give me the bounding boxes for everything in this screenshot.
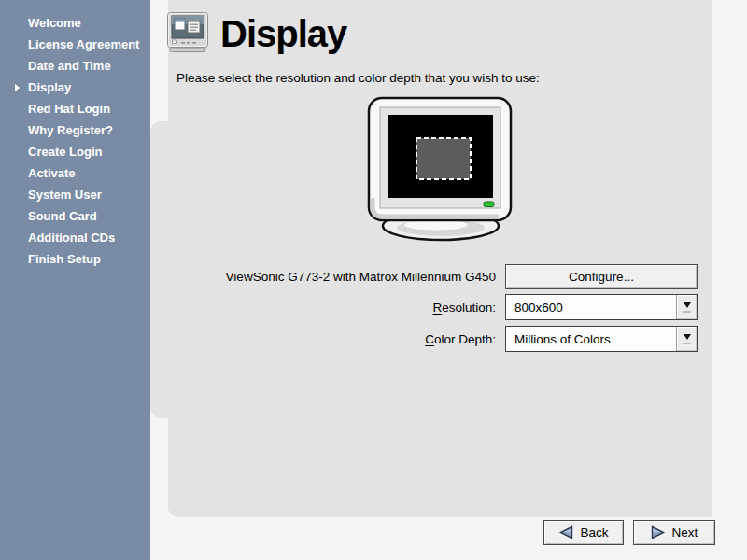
dropdown-arrow-icon <box>684 334 691 340</box>
next-button[interactable]: Next <box>633 520 715 545</box>
sidebar-item-date-and-time: Date and Time <box>0 55 150 77</box>
sidebar-item-label: Additional CDs <box>28 227 150 248</box>
dropdown-arrow-icon <box>684 302 691 308</box>
monitor-case <box>369 98 511 220</box>
sidebar-item-label: License Agreement <box>28 34 150 55</box>
sidebar-item-label: Create Login <box>28 141 150 162</box>
sidebar-item-label: Display <box>28 77 150 98</box>
sidebar-item-label: Date and Time <box>28 55 150 77</box>
device-label: ViewSonic G773-2 with Matrox Millennium … <box>168 270 496 284</box>
sidebar-item-license-agreement: License Agreement <box>0 34 150 55</box>
sidebar-nav: WelcomeLicense AgreementDate and TimeDis… <box>0 0 150 270</box>
sidebar-item-welcome: Welcome <box>0 12 150 34</box>
sidebar-item-additional-cds: Additional CDs <box>0 227 150 248</box>
power-led-icon <box>484 202 494 207</box>
color-depth-label: Color Depth: <box>168 332 496 346</box>
sidebar-item-label: Activate <box>28 162 150 184</box>
arrow-left-icon <box>558 525 573 539</box>
monitor-illustration <box>363 95 517 246</box>
sidebar-item-label: Red Hat Login <box>28 98 150 119</box>
sidebar-item-system-user: System User <box>0 184 150 205</box>
screen-selection-rect <box>416 138 471 179</box>
color-depth-combobox[interactable]: Millions of Colors <box>505 326 698 352</box>
sidebar-item-red-hat-login: Red Hat Login <box>0 98 150 119</box>
back-button-label: Back <box>580 525 608 539</box>
sidebar-item-label: Welcome <box>28 12 150 34</box>
current-step-arrow-icon <box>15 84 20 91</box>
instruction-text: Please select the resolution and color d… <box>176 71 540 85</box>
sidebar-item-finish-setup: Finish Setup <box>0 248 150 270</box>
display-monitor-icon <box>166 11 210 54</box>
configure-button-label: Configure... <box>569 270 634 284</box>
sidebar-item-why-register: Why Register? <box>0 119 150 141</box>
resolution-label: Resolution: <box>168 301 496 315</box>
sidebar-item-create-login: Create Login <box>0 141 150 162</box>
dropdown-arrow-bar <box>683 311 691 313</box>
setup-steps-sidebar: WelcomeLicense AgreementDate and TimeDis… <box>0 0 150 560</box>
sidebar-item-label: Why Register? <box>28 119 150 141</box>
sidebar-item-sound-card: Sound Card <box>0 205 150 227</box>
color-depth-value: Millions of Colors <box>506 332 611 346</box>
sidebar-item-display: Display <box>0 77 150 98</box>
configure-button[interactable]: Configure... <box>505 264 698 289</box>
resolution-combobox[interactable]: 747x560 <box>505 294 698 320</box>
sidebar-item-label: System User <box>28 184 150 205</box>
dropdown-arrow-button[interactable] <box>676 327 697 351</box>
dropdown-arrow-button[interactable] <box>676 295 697 319</box>
sidebar-item-label: Sound Card <box>28 205 150 227</box>
sidebar-item-label: Finish Setup <box>28 248 150 270</box>
arrow-right-icon <box>651 525 666 539</box>
sidebar-item-activate: Activate <box>0 162 150 184</box>
page-title: Display <box>220 12 346 55</box>
next-button-label: Next <box>672 525 698 539</box>
dropdown-arrow-bar <box>683 343 691 344</box>
back-button[interactable]: Back <box>543 520 624 545</box>
resolution-value: 747x560 <box>506 301 563 315</box>
